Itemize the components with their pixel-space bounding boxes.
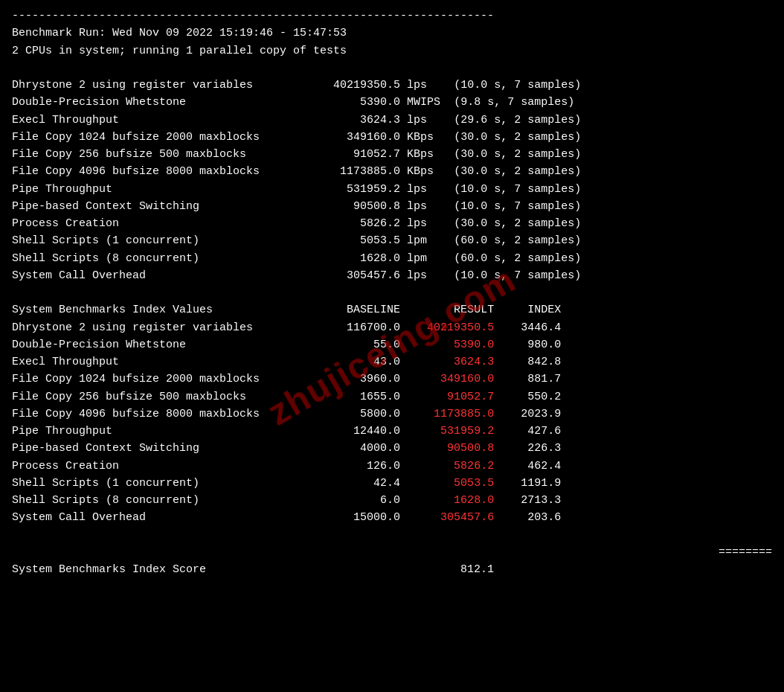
idx-result: 349160.0 <box>400 371 494 388</box>
idx-baseline: 3960.0 <box>320 371 400 388</box>
bench-unit: MWIPS <box>400 94 447 111</box>
idx-index: 2023.9 <box>494 406 561 423</box>
benchmark-row: System Call Overhead 305457.6 lps (10.0 … <box>12 267 772 284</box>
idx-name: Process Creation <box>12 458 320 475</box>
idx-name: Shell Scripts (1 concurrent) <box>12 475 320 492</box>
bench-detail: (60.0 s, 2 samples) <box>447 232 581 249</box>
bench-detail: (10.0 s, 7 samples) <box>447 198 581 215</box>
bench-unit: lps <box>400 181 447 198</box>
idx-result: 90500.8 <box>400 440 494 457</box>
idx-result: 3624.3 <box>400 353 494 371</box>
score-line: System Benchmarks Index Score 812.1 <box>12 561 772 578</box>
bench-detail: (9.8 s, 7 samples) <box>447 94 574 111</box>
idx-index: 2713.3 <box>494 492 561 509</box>
benchmark-row: File Copy 256 bufsize 500 maxblocks 9105… <box>12 146 772 163</box>
bench-detail: (60.0 s, 2 samples) <box>447 250 581 267</box>
benchmark-row: Execl Throughput 3624.3 lps (29.6 s, 2 s… <box>12 112 772 129</box>
index-row: File Copy 256 bufsize 500 maxblocks 1655… <box>12 388 772 406</box>
bench-value: 5826.2 <box>320 215 400 232</box>
score-value: 812.1 <box>320 561 494 578</box>
bench-value: 1628.0 <box>320 250 400 267</box>
bench-value: 3624.3 <box>320 112 400 129</box>
idx-name: Shell Scripts (8 concurrent) <box>12 492 320 509</box>
bench-unit: lps <box>400 198 447 215</box>
separator-line: ----------------------------------------… <box>12 7 772 25</box>
idx-baseline: 5800.0 <box>320 406 400 423</box>
bench-value: 5053.5 <box>320 232 400 249</box>
bench-value: 91052.7 <box>320 146 400 163</box>
idx-name: Pipe Throughput <box>12 423 320 440</box>
index-header-baseline: BASELINE <box>320 301 400 318</box>
bench-unit: KBps <box>400 129 447 146</box>
bench-name: Shell Scripts (1 concurrent) <box>12 232 320 249</box>
header-line2: 2 CPUs in system; running 1 parallel cop… <box>12 42 772 60</box>
benchmark-row: Shell Scripts (8 concurrent) 1628.0 lpm … <box>12 250 772 267</box>
bench-value: 1173885.0 <box>320 163 400 180</box>
idx-baseline: 43.0 <box>320 353 400 371</box>
score-label: System Benchmarks Index Score <box>12 561 320 578</box>
idx-result: 1173885.0 <box>400 406 494 423</box>
idx-name: Double-Precision Whetstone <box>12 336 320 353</box>
index-row: Process Creation 126.0 5826.2 462.4 <box>12 458 772 475</box>
index-row: File Copy 1024 bufsize 2000 maxblocks 39… <box>12 371 772 388</box>
index-header-row: System Benchmarks Index Values BASELINE … <box>12 301 772 318</box>
score-section: ========System Benchmarks Index Score 81… <box>12 544 772 579</box>
idx-index: 462.4 <box>494 458 561 475</box>
benchmark-row: Dhrystone 2 using register variables 402… <box>12 77 772 94</box>
index-row: Shell Scripts (1 concurrent) 42.4 5053.5… <box>12 475 772 492</box>
idx-index: 226.3 <box>494 440 561 457</box>
bench-value: 40219350.5 <box>320 77 400 94</box>
idx-result: 5826.2 <box>400 458 494 475</box>
idx-result: 91052.7 <box>400 388 494 406</box>
benchmark-row: Pipe-based Context Switching 90500.8 lps… <box>12 198 772 215</box>
bench-name: File Copy 4096 bufsize 8000 maxblocks <box>12 163 320 180</box>
idx-baseline: 126.0 <box>320 458 400 475</box>
bench-unit: KBps <box>400 146 447 163</box>
index-header-result: RESULT <box>400 301 494 318</box>
index-row: Pipe Throughput 12440.0 531959.2 427.6 <box>12 423 772 440</box>
bench-value: 90500.8 <box>320 198 400 215</box>
bench-unit: lps <box>400 112 447 129</box>
benchmark-row: File Copy 1024 bufsize 2000 maxblocks 34… <box>12 129 772 146</box>
idx-name: File Copy 4096 bufsize 8000 maxblocks <box>12 406 320 423</box>
idx-name: Dhrystone 2 using register variables <box>12 319 320 336</box>
bench-detail: (29.6 s, 2 samples) <box>447 112 581 129</box>
idx-baseline: 116700.0 <box>320 319 400 336</box>
idx-name: File Copy 256 bufsize 500 maxblocks <box>12 388 320 406</box>
bench-unit: lpm <box>400 232 447 249</box>
index-row: System Call Overhead 15000.0 305457.6 20… <box>12 509 772 526</box>
terminal-output: ----------------------------------------… <box>12 7 772 578</box>
idx-result: 40219350.5 <box>400 319 494 336</box>
idx-result: 1628.0 <box>400 492 494 509</box>
index-row: Dhrystone 2 using register variables 116… <box>12 319 772 336</box>
idx-baseline: 4000.0 <box>320 440 400 457</box>
bench-detail: (30.0 s, 2 samples) <box>447 129 581 146</box>
idx-name: File Copy 1024 bufsize 2000 maxblocks <box>12 371 320 388</box>
bench-name: Double-Precision Whetstone <box>12 94 320 111</box>
benchmark-row: Shell Scripts (1 concurrent) 5053.5 lpm … <box>12 232 772 249</box>
bench-name: File Copy 256 bufsize 500 maxblocks <box>12 146 320 163</box>
idx-result: 5390.0 <box>400 336 494 353</box>
idx-index: 1191.9 <box>494 475 561 492</box>
bench-value: 349160.0 <box>320 129 400 146</box>
benchmark-row: Double-Precision Whetstone 5390.0 MWIPS … <box>12 94 772 111</box>
benchmark-results: Dhrystone 2 using register variables 402… <box>12 77 772 284</box>
bench-unit: lps <box>400 77 447 94</box>
index-table: System Benchmarks Index Values BASELINE … <box>12 301 772 526</box>
equals-line: ======== <box>12 544 772 561</box>
index-header-label: System Benchmarks Index Values <box>12 301 320 318</box>
bench-name: File Copy 1024 bufsize 2000 maxblocks <box>12 129 320 146</box>
header-line1: Benchmark Run: Wed Nov 09 2022 15:19:46 … <box>12 25 772 42</box>
bench-value: 531959.2 <box>320 181 400 198</box>
idx-baseline: 42.4 <box>320 475 400 492</box>
bench-unit: KBps <box>400 163 447 180</box>
bench-name: Pipe-based Context Switching <box>12 198 320 215</box>
idx-result: 531959.2 <box>400 423 494 440</box>
bench-unit: lps <box>400 267 447 284</box>
idx-index: 881.7 <box>494 371 561 388</box>
bench-name: Dhrystone 2 using register variables <box>12 77 320 94</box>
idx-baseline: 55.0 <box>320 336 400 353</box>
bench-detail: (30.0 s, 2 samples) <box>447 215 581 232</box>
idx-baseline: 6.0 <box>320 492 400 509</box>
bench-unit: lps <box>400 215 447 232</box>
